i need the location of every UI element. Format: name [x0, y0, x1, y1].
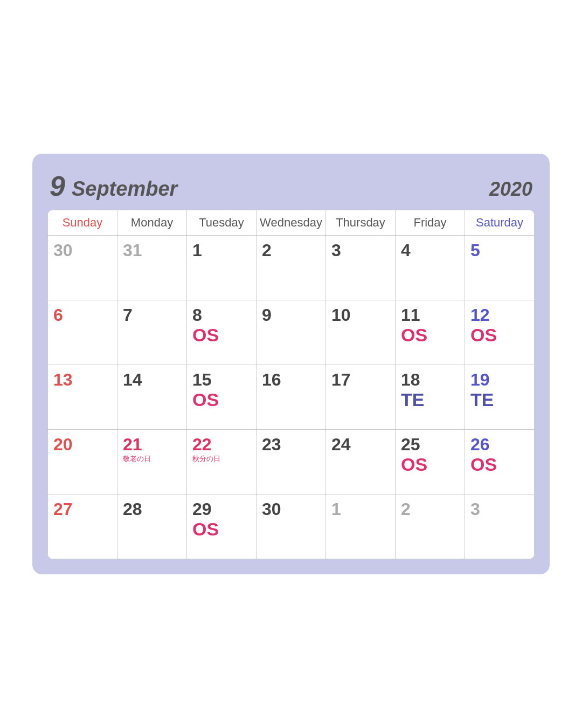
day-number: 15: [192, 369, 251, 390]
cell-2-3: 16: [257, 365, 326, 430]
cell-2-1: 14: [117, 365, 187, 430]
day-number: 16: [262, 369, 320, 390]
day-number: 1: [192, 240, 251, 260]
day-number: 4: [401, 240, 459, 260]
day-number: 19: [470, 369, 529, 390]
week-row-2: 678OS91011OS12OS: [48, 300, 535, 365]
day-number: 7: [123, 305, 181, 325]
day-number: 30: [53, 240, 112, 260]
cell-2-2: 15OS: [187, 365, 257, 430]
cell-1-5: 11OS: [396, 300, 465, 365]
cell-1-0: 6: [48, 300, 117, 365]
header-thursday: Thursday: [326, 210, 396, 236]
holiday-label: 敬老の日: [123, 455, 181, 464]
event-label: OS: [192, 519, 251, 539]
calendar-container: 9 September 2020 Sunday Monday Tuesday W…: [32, 154, 550, 574]
event-label: OS: [401, 325, 459, 345]
event-label: OS: [192, 325, 251, 345]
day-number: 10: [331, 305, 390, 325]
event-label: OS: [401, 455, 459, 475]
event-label: OS: [192, 390, 251, 410]
day-number: 5: [470, 240, 529, 260]
day-number: 22: [192, 434, 251, 455]
day-number: 25: [401, 434, 459, 455]
event-label: TE: [470, 390, 529, 410]
cell-1-3: 9: [257, 300, 326, 365]
header-wednesday: Wednesday: [257, 210, 326, 236]
calendar-table: Sunday Monday Tuesday Wednesday Thursday…: [47, 210, 535, 559]
day-number: 26: [470, 434, 529, 455]
cell-2-6: 19TE: [465, 365, 535, 430]
month-label: 9 September: [50, 170, 177, 202]
cell-4-3: 30: [257, 495, 326, 559]
cell-0-2: 1: [187, 236, 257, 300]
day-number: 12: [470, 305, 529, 325]
day-number: 9: [262, 305, 320, 325]
day-number: 21: [123, 434, 181, 455]
cell-3-4: 24: [326, 430, 396, 495]
day-number: 2: [262, 240, 320, 260]
day-number: 31: [123, 240, 181, 260]
cell-4-5: 2: [396, 495, 465, 559]
day-number: 13: [53, 369, 112, 390]
cell-0-0: 30: [48, 236, 117, 300]
cell-2-5: 18TE: [396, 365, 465, 430]
cell-0-4: 3: [326, 236, 396, 300]
holiday-label: 秋分の日: [192, 455, 251, 464]
year-label: 2020: [489, 178, 532, 201]
cell-2-4: 17: [326, 365, 396, 430]
event-label: OS: [470, 325, 529, 345]
cell-3-0: 20: [48, 430, 117, 495]
cell-1-4: 10: [326, 300, 396, 365]
day-number: 14: [123, 369, 181, 390]
week-row-4: 2021敬老の日22秋分の日232425OS26OS: [48, 430, 535, 495]
cell-3-5: 25OS: [396, 430, 465, 495]
day-number: 2: [401, 499, 459, 519]
cell-1-1: 7: [117, 300, 187, 365]
cell-2-0: 13: [48, 365, 117, 430]
cell-4-1: 28: [117, 495, 187, 559]
header-saturday: Saturday: [465, 210, 535, 236]
day-number: 11: [401, 305, 459, 325]
header-monday: Monday: [117, 210, 187, 236]
week-row-5: 272829OS30123: [48, 495, 535, 559]
header-sunday: Sunday: [48, 210, 117, 236]
cell-0-5: 4: [396, 236, 465, 300]
day-number: 29: [192, 499, 251, 519]
cell-4-2: 29OS: [187, 495, 257, 559]
day-number: 3: [331, 240, 390, 260]
day-number: 1: [331, 499, 390, 519]
day-number: 18: [401, 369, 459, 390]
cell-1-2: 8OS: [187, 300, 257, 365]
cell-1-6: 12OS: [465, 300, 535, 365]
cell-3-1: 21敬老の日: [117, 430, 187, 495]
cell-0-6: 5: [465, 236, 535, 300]
week-row-1: 303112345: [48, 236, 535, 300]
day-number: 24: [331, 434, 390, 455]
calendar-body: 303112345678OS91011OS12OS131415OS161718T…: [48, 236, 535, 559]
cell-3-2: 22秋分の日: [187, 430, 257, 495]
day-number: 17: [331, 369, 390, 390]
day-number: 27: [53, 499, 112, 519]
cell-3-3: 23: [257, 430, 326, 495]
calendar-header: 9 September 2020: [47, 170, 535, 202]
cell-3-6: 26OS: [465, 430, 535, 495]
day-number: 28: [123, 499, 181, 519]
event-label: TE: [401, 390, 459, 410]
header-tuesday: Tuesday: [187, 210, 257, 236]
header-row: Sunday Monday Tuesday Wednesday Thursday…: [48, 210, 535, 236]
cell-0-1: 31: [117, 236, 187, 300]
event-label: OS: [470, 455, 529, 475]
month-number: 9: [50, 170, 65, 202]
header-friday: Friday: [396, 210, 465, 236]
day-number: 6: [53, 305, 112, 325]
cell-4-4: 1: [326, 495, 396, 559]
cell-4-0: 27: [48, 495, 117, 559]
day-number: 8: [192, 305, 251, 325]
day-number: 20: [53, 434, 112, 455]
cell-0-3: 2: [257, 236, 326, 300]
day-number: 3: [470, 499, 529, 519]
day-number: 23: [262, 434, 320, 455]
week-row-3: 131415OS161718TE19TE: [48, 365, 535, 430]
day-number: 30: [262, 499, 320, 519]
